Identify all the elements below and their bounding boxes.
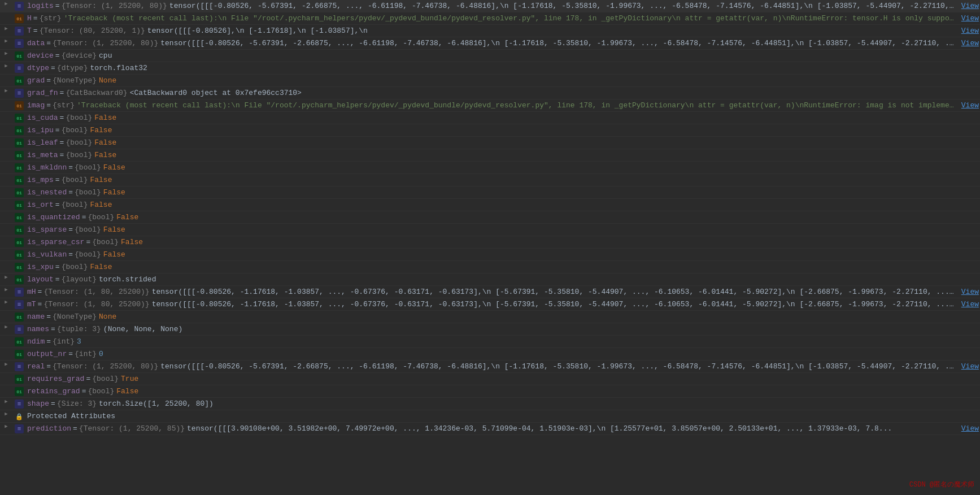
type-annotation: {device}: [62, 51, 97, 60]
type-annotation: {dtype}: [57, 64, 88, 72]
variable-key: mT: [27, 300, 36, 309]
variable-key: is_mkldnn: [27, 163, 67, 172]
type-badge: 01: [15, 387, 24, 396]
equals-sign: =: [86, 238, 90, 246]
expand-icon[interactable]: ▶: [2, 63, 10, 69]
type-badge: 01: [15, 350, 24, 359]
variable-value: tensor([[[-0.80526, -1.17618, -1.03857, …: [152, 300, 958, 309]
type-annotation: {layout}: [62, 275, 97, 284]
type-annotation: {bool}: [66, 114, 92, 122]
expand-icon[interactable]: ▶: [2, 1, 10, 7]
type-badge: 01: [15, 337, 24, 346]
variable-value: False: [121, 238, 979, 246]
type-badge: 01: [15, 176, 24, 185]
row-content: names={tuple: 3}(None, None, None): [26, 324, 980, 335]
variable-value: 'Traceback (most recent call last):\n Fi…: [64, 14, 958, 23]
variable-value: None: [99, 76, 979, 85]
row-is_ipu: 01is_ipu={bool}False: [0, 124, 980, 137]
row-content: is_mkldnn={bool}False: [26, 162, 980, 173]
view-link[interactable]: View: [961, 27, 979, 35]
variable-key: logits: [27, 2, 54, 10]
equals-sign: =: [82, 213, 86, 222]
variable-key: is_vulkan: [27, 250, 67, 259]
type-annotation: {bool}: [88, 387, 114, 396]
equals-sign: =: [51, 64, 55, 72]
equals-sign: =: [60, 89, 64, 97]
variable-value: False: [103, 163, 979, 172]
variable-key: retains_grad: [27, 387, 80, 396]
expand-icon[interactable]: ▶: [2, 25, 10, 32]
type-annotation: {Size: 3}: [57, 400, 97, 408]
row-is_ort: 01is_ort={bool}False: [0, 199, 980, 211]
variable-key: real: [27, 362, 45, 371]
type-badge: 01: [15, 213, 24, 222]
row-ndim: 01ndim={int}3: [0, 336, 980, 348]
view-link[interactable]: View: [961, 39, 979, 47]
type-badge: ≡: [15, 2, 24, 11]
type-annotation: {bool}: [62, 201, 88, 209]
equals-sign: =: [68, 225, 73, 234]
row-mT: ▶≡mT={Tensor: (1, 80, 25200)}tensor([[[-…: [0, 298, 980, 311]
type-annotation: {bool}: [62, 263, 88, 271]
view-link[interactable]: View: [961, 14, 979, 23]
expand-icon[interactable]: ▶: [2, 361, 10, 367]
equals-sign: =: [51, 325, 55, 333]
expand-icon[interactable]: ▶: [2, 274, 10, 280]
type-annotation: {Tensor: (1, 25200, 80)}: [53, 39, 158, 47]
variable-key: is_ort: [27, 201, 54, 209]
view-link[interactable]: View: [961, 424, 979, 433]
variable-value: tensor([[[-0.80526],\n [-1.17618],\n [-1…: [147, 27, 958, 35]
view-link[interactable]: View: [961, 288, 979, 296]
row-device: ▶01device={device}cpu: [0, 50, 980, 62]
type-annotation: {bool}: [62, 126, 88, 134]
row-content: is_meta={bool}False: [26, 150, 980, 160]
expand-icon[interactable]: ▶: [2, 50, 10, 57]
type-annotation: {bool}: [66, 138, 92, 147]
equals-sign: =: [55, 176, 60, 184]
variable-value: 0: [99, 350, 979, 358]
variable-value: 'Traceback (most recent call last):\n Fi…: [77, 101, 958, 110]
type-badge: ≡: [15, 288, 24, 297]
row-content: grad={NoneType}None: [26, 75, 980, 86]
row-output_nr: 01output_nr={int}0: [0, 348, 980, 361]
equals-sign: =: [46, 76, 51, 85]
expand-icon[interactable]: ▶: [2, 88, 10, 94]
variable-value: False: [103, 250, 979, 259]
type-badge: 01: [15, 14, 24, 23]
row-names: ▶≡names={tuple: 3}(None, None, None): [0, 323, 980, 336]
expand-icon[interactable]: ▶: [2, 299, 10, 305]
variable-key: device: [27, 51, 54, 60]
expand-icon[interactable]: ▶: [2, 38, 10, 44]
variable-key: is_cuda: [27, 114, 58, 122]
view-link[interactable]: View: [961, 300, 979, 309]
type-badge: 01: [15, 101, 24, 110]
row-content: dtype={dtype}torch.float32: [26, 63, 980, 73]
type-badge: 01: [15, 238, 24, 247]
type-badge: 01: [15, 375, 24, 384]
type-badge: ≡: [15, 362, 24, 371]
equals-sign: =: [38, 288, 42, 296]
type-annotation: {Tensor: (1, 25200, 80)}: [62, 2, 167, 10]
row-is_mkldnn: 01is_mkldnn={bool}False: [0, 162, 980, 174]
expand-icon[interactable]: ▶: [2, 423, 10, 429]
expand-icon[interactable]: ▶: [2, 411, 10, 417]
variable-key: ndim: [27, 337, 45, 346]
type-badge: 01: [15, 201, 24, 210]
row-content: retains_grad={bool}False: [26, 386, 980, 397]
type-annotation: {str}: [53, 101, 75, 110]
expand-icon[interactable]: ▶: [2, 286, 10, 293]
type-annotation: {bool}: [75, 250, 101, 259]
type-badge: ≡: [15, 64, 24, 73]
expand-icon[interactable]: ▶: [2, 398, 10, 405]
expand-icon[interactable]: ▶: [2, 324, 10, 330]
equals-sign: =: [46, 337, 51, 346]
variable-value: torch.Size([1, 25200, 80]): [99, 400, 979, 408]
variable-value: 3: [77, 337, 979, 346]
variable-key: is_meta: [27, 151, 58, 159]
view-link[interactable]: View: [961, 2, 979, 10]
variable-value: tensor([[[-0.80526, -5.67391, -2.66875, …: [160, 362, 958, 371]
variable-key: name: [27, 312, 45, 321]
view-link[interactable]: View: [961, 101, 979, 110]
view-link[interactable]: View: [961, 362, 979, 371]
type-badge: ≡: [15, 300, 24, 309]
